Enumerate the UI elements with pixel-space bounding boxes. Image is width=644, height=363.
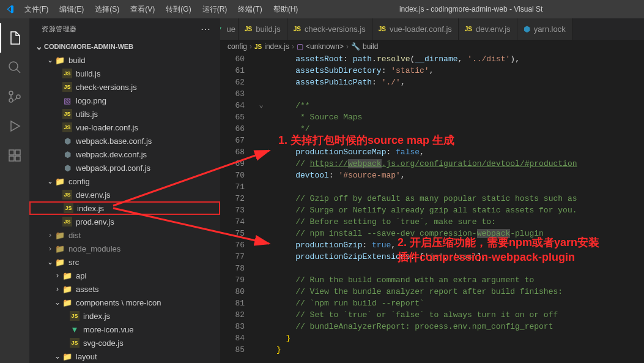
code-content[interactable]: assetsRoot: path.resolve(__dirname, '../… (265, 53, 644, 363)
root-label: CODINGMORE-ADMIN-WEB (44, 43, 133, 50)
svg-rect-7 (15, 156, 20, 161)
file-item[interactable]: JSbuild.js (29, 67, 220, 80)
menu-item[interactable]: 帮助(H) (268, 2, 303, 17)
title-bar: 文件(F)编辑(E)选择(S)查看(V)转到(G)运行(R)终端(T)帮助(H)… (0, 0, 644, 18)
menu-item[interactable]: 查看(V) (125, 2, 160, 17)
breadcrumbs[interactable]: config › JS index.js › ▢ <unknown> › 🔧 b… (220, 40, 644, 53)
crumb[interactable]: index.js (264, 42, 289, 51)
editor-tab[interactable]: JSdev.env.js (459, 18, 517, 40)
menu-bar: 文件(F)编辑(E)选择(S)查看(V)转到(G)运行(R)终端(T)帮助(H) (20, 2, 303, 17)
folder-item[interactable]: ›📁assets (29, 282, 220, 296)
menu-item[interactable]: 文件(F) (20, 2, 53, 17)
editor-tab[interactable]: JSbuild.js (239, 18, 287, 40)
sidebar-more-icon[interactable]: ⋯ (201, 23, 211, 35)
crumb[interactable]: config (228, 42, 247, 51)
vscode-logo-icon (5, 4, 15, 14)
editor-tabs: ▼ueJSbuild.jsJScheck-versions.jsJSvue-lo… (220, 18, 644, 40)
file-item[interactable]: ⬢webpack.dev.conf.js (29, 148, 220, 161)
code-editor[interactable]: 6061626364656667686970717273747576777879… (220, 53, 644, 363)
file-item[interactable]: ▧logo.png (29, 94, 220, 107)
folder-item[interactable]: ›📁node_modules (29, 242, 220, 255)
file-item[interactable]: ⬢webpack.prod.conf.js (29, 161, 220, 174)
folder-item[interactable]: ›📁api (29, 269, 220, 282)
file-item[interactable]: JSsvg-code.js (29, 336, 220, 350)
menu-item[interactable]: 运行(R) (198, 2, 232, 17)
fold-icon[interactable]: ⌄ (257, 100, 265, 111)
sidebar-title: 资源管理器 (42, 24, 77, 34)
file-item[interactable]: JSvue-loader.conf.js (29, 121, 220, 134)
menu-item[interactable]: 转到(G) (161, 2, 196, 17)
file-item[interactable]: JSprod.env.js (29, 215, 220, 228)
editor-tab[interactable]: JSvue-loader.conf.js (372, 18, 459, 40)
editor-tab[interactable]: ⬢yarn.lock (517, 18, 572, 40)
explorer-activity[interactable] (0, 23, 29, 53)
file-item[interactable]: ⬢webpack.base.conf.js (29, 134, 220, 148)
folder-item[interactable]: ⌄📁layout (29, 350, 220, 363)
extensions-activity[interactable] (0, 141, 29, 170)
file-item[interactable]: JSutils.js (29, 107, 220, 121)
svg-point-1 (9, 91, 13, 95)
scm-activity[interactable] (0, 82, 29, 111)
file-item[interactable]: ▼more-icon.vue (29, 323, 220, 336)
fold-column: ⌄ (257, 53, 265, 363)
svg-rect-5 (15, 150, 20, 155)
svg-rect-4 (9, 150, 14, 155)
editor-tab[interactable]: ▼ue (220, 18, 239, 40)
svg-point-0 (9, 62, 18, 70)
svg-point-2 (9, 99, 13, 102)
folder-item[interactable]: ›📁dist (29, 228, 220, 242)
menu-item[interactable]: 选择(S) (90, 2, 124, 17)
svg-point-3 (17, 95, 20, 99)
debug-activity[interactable] (0, 111, 29, 141)
folder-item[interactable]: ⌄📁src (29, 255, 220, 269)
menu-item[interactable]: 终端(T) (233, 2, 267, 17)
symbol-icon: ▢ (297, 42, 303, 51)
file-item[interactable]: JSdev.env.js (29, 188, 220, 201)
file-tree: ⌄📁buildJSbuild.jsJScheck-versions.js▧log… (29, 53, 220, 363)
file-item[interactable]: JScheck-versions.js (29, 80, 220, 94)
crumb[interactable]: build (363, 42, 378, 51)
folder-item[interactable]: ⌄📁build (29, 53, 220, 67)
chevron-down-icon: ⌄ (34, 42, 44, 51)
js-icon: JS (254, 43, 262, 50)
file-item[interactable]: JSindex.js (29, 309, 220, 323)
folder-item[interactable]: ⌄📁config (29, 174, 220, 188)
wrench-icon: 🔧 (351, 42, 360, 51)
folder-item[interactable]: ⌄📁components \ more-icon (29, 296, 220, 309)
svg-rect-6 (9, 156, 14, 161)
menu-item[interactable]: 编辑(E) (54, 2, 89, 17)
search-activity[interactable] (0, 53, 29, 82)
line-numbers: 6061626364656667686970717273747576777879… (220, 53, 257, 363)
file-item[interactable]: JSindex.js (29, 201, 220, 215)
window-title: index.js - codingmore-admin-web - Visual… (303, 5, 639, 13)
editor-group: ▼ueJSbuild.jsJScheck-versions.jsJSvue-lo… (220, 18, 644, 363)
sidebar-header: 资源管理器 ⋯ (29, 18, 220, 40)
explorer-root[interactable]: ⌄ CODINGMORE-ADMIN-WEB (29, 40, 220, 53)
explorer-sidebar: 资源管理器 ⋯ ⌄ CODINGMORE-ADMIN-WEB ⌄📁buildJS… (29, 18, 220, 363)
activity-bar (0, 18, 29, 363)
editor-tab[interactable]: JScheck-versions.js (287, 18, 372, 40)
crumb[interactable]: <unknown> (306, 42, 344, 51)
